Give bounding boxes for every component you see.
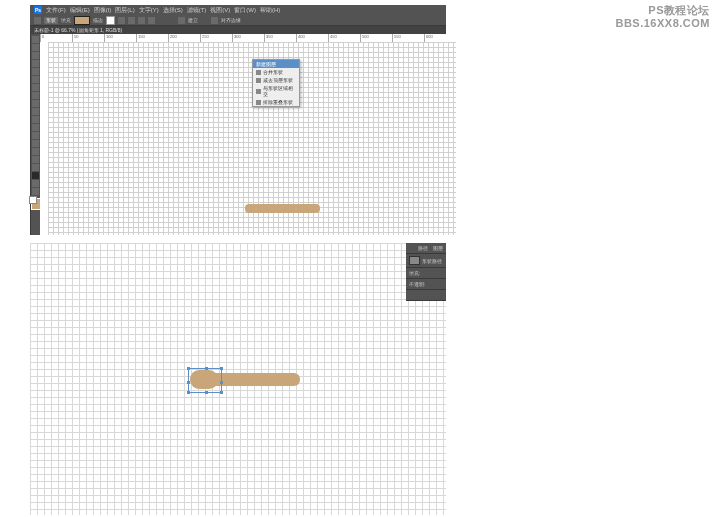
exclude-icon [256, 100, 261, 105]
menu-window[interactable]: 窗口(W) [234, 6, 256, 15]
path-item-label: 形状路径 [422, 258, 442, 264]
fill-label: 填充 [61, 17, 71, 23]
panel-opacity-label: 不透明: [409, 281, 425, 287]
path-h-icon[interactable] [148, 17, 155, 24]
lasso-tool-icon[interactable] [32, 52, 39, 59]
watermark-line2: BBS.16XX8.COM [615, 17, 710, 30]
rounded-rect-shape[interactable] [245, 204, 320, 213]
color-swatch-icon[interactable] [31, 198, 41, 210]
fill-swatch[interactable] [74, 16, 90, 25]
handle-br[interactable] [220, 391, 223, 394]
combine-icon [256, 70, 261, 75]
eyedropper-tool-icon[interactable] [32, 76, 39, 83]
handle-tr[interactable] [220, 367, 223, 370]
panel-fill-row: 填充: [406, 268, 446, 279]
path-select-icon[interactable] [32, 164, 39, 171]
tool-preset-icon[interactable] [34, 17, 41, 24]
options-bar: 形状 填充 描边 建立 对齐边缘 [30, 15, 446, 26]
menu-help[interactable]: 帮助(H) [260, 6, 280, 15]
canvas-area[interactable]: 050100150200250300350400450500550600 新建图… [40, 34, 456, 235]
move-tool-icon[interactable] [32, 36, 39, 43]
dropdown-item-combine[interactable]: 合并形状 [253, 68, 299, 76]
screenshot-photoshop-main: Ps 文件(F) 编辑(E) 图像(I) 图层(L) 文字(Y) 选择(S) 滤… [30, 5, 446, 234]
intersect-icon [256, 89, 261, 94]
path-thumb-icon [409, 256, 420, 265]
menu-image[interactable]: 图像(I) [94, 6, 112, 15]
stroke-swatch[interactable] [106, 16, 115, 25]
rectangle-tool-icon[interactable] [32, 172, 39, 179]
zoom-tool-icon[interactable] [32, 188, 39, 195]
align-icon[interactable] [211, 17, 218, 24]
screenshot-canvas-closeup: 路径 图层 形状路径 填充: 不透明: [30, 243, 446, 515]
menu-filter[interactable]: 滤镜(T) [187, 6, 207, 15]
document-tab[interactable]: 未标题-1 @ 66.7% (圆角矩形 1, RGB/8) [34, 27, 122, 33]
marquee-tool-icon[interactable] [32, 44, 39, 51]
menu-type[interactable]: 文字(Y) [139, 6, 159, 15]
eraser-tool-icon[interactable] [32, 116, 39, 123]
path-operations-dropdown: 新建图层 合并形状 减去顶层形状 与形状区域相交 排除重叠形状 [252, 59, 300, 107]
menu-edit[interactable]: 编辑(E) [70, 6, 90, 15]
menubar: Ps 文件(F) 编辑(E) 图像(I) 图层(L) 文字(Y) 选择(S) 滤… [30, 5, 446, 15]
hand-tool-icon[interactable] [32, 180, 39, 187]
handle-tl[interactable] [187, 367, 190, 370]
menu-file[interactable]: 文件(F) [46, 6, 66, 15]
dropdown-item-intersect[interactable]: 与形状区域相交 [253, 84, 299, 98]
panel-opacity-row: 不透明: [406, 279, 446, 290]
toolbox [31, 34, 40, 235]
type-tool-icon[interactable] [32, 156, 39, 163]
stroke-width-icon[interactable] [118, 17, 125, 24]
dropdown-active-item[interactable]: 新建图层 [253, 60, 299, 68]
path-build-label: 建立 [188, 17, 198, 23]
subtract-icon [256, 78, 261, 83]
panel-path-item[interactable]: 形状路径 [406, 254, 446, 268]
healing-tool-icon[interactable] [32, 84, 39, 91]
menu-select[interactable]: 选择(S) [163, 6, 183, 15]
panel-footer [406, 290, 446, 301]
stroke-style-icon[interactable] [128, 17, 135, 24]
stamp-tool-icon[interactable] [32, 100, 39, 107]
dropdown-item-exclude[interactable]: 排除重叠形状 [253, 98, 299, 106]
dodge-tool-icon[interactable] [32, 140, 39, 147]
handle-bm[interactable] [205, 391, 208, 394]
handle-rm[interactable] [220, 381, 223, 384]
menu-layer[interactable]: 图层(L) [115, 6, 134, 15]
path-ops-icon[interactable] [178, 17, 185, 24]
paths-panel: 路径 图层 形状路径 填充: 不透明: [406, 243, 446, 301]
handle-bl[interactable] [187, 391, 190, 394]
menu-view[interactable]: 视图(V) [210, 6, 230, 15]
brush-tool-icon[interactable] [32, 92, 39, 99]
document-tab-bar: 未标题-1 @ 66.7% (圆角矩形 1, RGB/8) [30, 26, 446, 34]
path-w-icon[interactable] [138, 17, 145, 24]
panel-tabs: 路径 图层 [406, 243, 446, 254]
crop-tool-icon[interactable] [32, 68, 39, 75]
stroke-label: 描边 [93, 17, 103, 23]
pen-tool-icon[interactable] [32, 148, 39, 155]
shape-mode-select[interactable]: 形状 [44, 17, 58, 24]
panel-tab-paths[interactable]: 路径 [418, 245, 428, 251]
ps-logo-icon: Ps [34, 6, 42, 14]
selection-bounding-box[interactable] [188, 368, 222, 393]
dropdown-item-subtract[interactable]: 减去顶层形状 [253, 76, 299, 84]
align-edges-label: 对齐边缘 [221, 17, 241, 23]
handle-tm[interactable] [205, 367, 208, 370]
watermark: PS教程论坛 BBS.16XX8.COM [615, 4, 710, 30]
panel-tab-layers[interactable]: 图层 [433, 245, 443, 251]
panel-fill-label: 填充: [409, 270, 420, 276]
history-brush-icon[interactable] [32, 108, 39, 115]
wand-tool-icon[interactable] [32, 60, 39, 67]
watermark-line1: PS教程论坛 [615, 4, 710, 17]
blur-tool-icon[interactable] [32, 132, 39, 139]
handle-lm[interactable] [187, 381, 190, 384]
gradient-tool-icon[interactable] [32, 124, 39, 131]
